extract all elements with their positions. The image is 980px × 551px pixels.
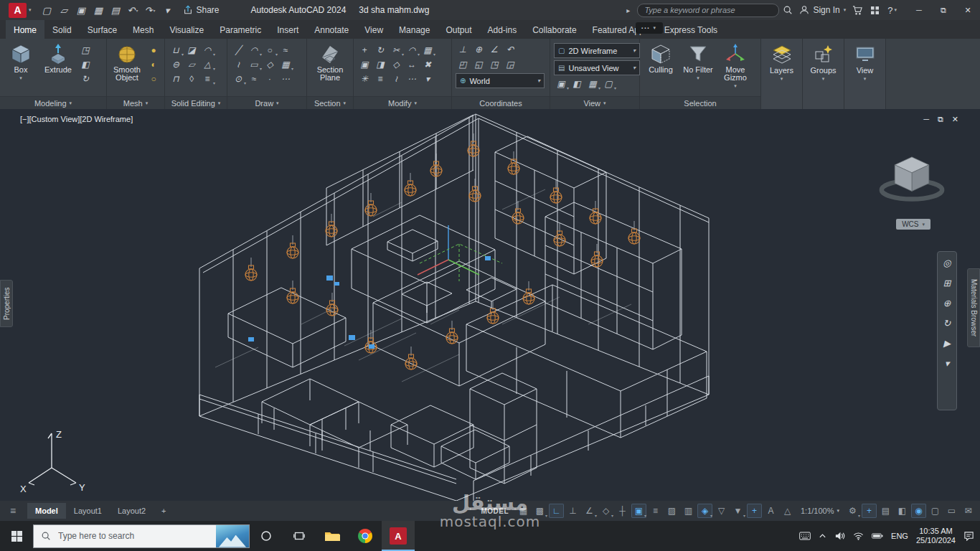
section-panel-label[interactable]: Section▾	[307, 96, 353, 109]
navigation-wheel-button[interactable]: ◎	[940, 255, 954, 270]
layout1-tab[interactable]: Layout1	[66, 503, 110, 519]
smooth-object-button[interactable]: Smooth Object	[110, 41, 143, 82]
move-tool[interactable]: +	[357, 44, 372, 57]
feedback-button[interactable]: ✉	[961, 504, 976, 518]
3d-object-snap-toggle[interactable]: ◈	[697, 504, 712, 518]
named-view-combo[interactable]: ▤ Unsaved View ▾	[554, 60, 640, 75]
isometric-drafting-toggle[interactable]: ◇	[598, 504, 613, 518]
mirror-tool[interactable]: ◨	[373, 58, 387, 71]
rotate-tool[interactable]: ↻	[373, 44, 387, 57]
explode-tool[interactable]: ✳	[357, 72, 372, 85]
view-cube[interactable]	[872, 145, 951, 214]
ribbon-overflow-button[interactable]: ▪▪▪ ▾	[636, 22, 663, 34]
redo-button[interactable]: ↷	[142, 2, 159, 18]
close-button[interactable]: ✕	[956, 0, 980, 20]
title-expand-caret[interactable]: ▸	[626, 6, 630, 14]
view-options-tool[interactable]: ▢	[601, 77, 616, 90]
sign-in-button[interactable]: Sign In ▾	[799, 5, 846, 15]
keyword-search-input[interactable]	[637, 4, 779, 17]
help-button[interactable]: ? ▾	[887, 5, 897, 16]
isolate-objects-button[interactable]: ◉	[911, 504, 926, 518]
materials-browser-tab[interactable]: Materials Browser	[967, 268, 980, 347]
tab-mesh[interactable]: Mesh	[125, 20, 161, 39]
navbar-customize-button[interactable]: ▾	[940, 355, 954, 371]
scale-tool[interactable]: ◇	[389, 58, 403, 71]
taskbar-search-input[interactable]	[57, 530, 189, 542]
chrome-button[interactable]	[349, 521, 382, 551]
view-collapsed-panel-button[interactable]: View ▾	[844, 39, 886, 109]
polar-tracking-toggle[interactable]: ∠	[582, 504, 597, 518]
transparency-toggle[interactable]: ▨	[664, 504, 679, 518]
line-tool[interactable]: ╱	[231, 44, 245, 57]
ucs-world-tool[interactable]: ⊕	[471, 43, 486, 56]
fillet-edge-tool[interactable]: ◠	[200, 44, 215, 57]
mesh-panel-label[interactable]: Mesh▾	[107, 96, 164, 109]
model-space-button[interactable]: MODEL	[475, 507, 514, 515]
orbit-button[interactable]: ↻	[940, 315, 954, 331]
no-filter-button[interactable]: No Filter ▾	[681, 41, 715, 81]
new-layout-button[interactable]: +	[154, 503, 174, 519]
clock[interactable]: 10:35 AM 25/10/2024	[916, 527, 956, 545]
hatch-tool[interactable]: ▦	[278, 58, 293, 71]
presspull-tool[interactable]: ◧	[78, 58, 93, 71]
zoom-button[interactable]: ⊕	[940, 295, 954, 311]
point-tool[interactable]: ∙	[263, 72, 277, 85]
revision-cloud-tool[interactable]: ≈	[278, 44, 293, 57]
properties-palette-tab[interactable]: Properties	[0, 280, 13, 327]
trim-tool[interactable]: ✂	[389, 44, 403, 57]
tab-annotate[interactable]: Annotate	[306, 20, 357, 39]
grid-toggle[interactable]: ▦	[516, 504, 531, 518]
plot-button[interactable]: ▤	[108, 2, 124, 18]
coordinates-panel-label[interactable]: Coordinates	[452, 96, 550, 109]
annotation-visibility-toggle[interactable]: A	[763, 504, 778, 518]
tab-collaborate[interactable]: Collaborate	[524, 20, 584, 39]
workspace-switching-button[interactable]: ⚙	[845, 504, 860, 518]
autocad-taskbar-button[interactable]: A	[382, 521, 415, 551]
union-tool[interactable]: ⊔	[169, 44, 183, 57]
ucs-previous-tool[interactable]: ↶	[503, 43, 517, 56]
tab-view[interactable]: View	[357, 20, 391, 39]
circle-tool[interactable]: ○	[263, 44, 277, 57]
smooth-more-tool[interactable]: ●	[146, 44, 161, 57]
solid-editing-panel-label[interactable]: Solid Editing▾	[165, 96, 227, 109]
gizmo-toggle[interactable]: +	[747, 504, 762, 518]
search-highlight-image[interactable]	[216, 525, 249, 547]
action-center-button[interactable]	[963, 531, 974, 541]
revolve-tool[interactable]: ↻	[78, 72, 93, 85]
interfere-tool[interactable]: ◊	[184, 72, 199, 85]
taper-faces-tool[interactable]: △	[200, 58, 215, 71]
culling-button[interactable]: Culling	[644, 41, 678, 74]
status-menu-button[interactable]: ≡	[4, 504, 22, 518]
arc-tool[interactable]: ◠	[247, 44, 261, 57]
save-as-button[interactable]: ▦	[90, 2, 107, 18]
tab-output[interactable]: Output	[438, 20, 479, 39]
taskbar-search[interactable]	[33, 524, 250, 548]
ucs-combo[interactable]: ⊕ World ▾	[456, 73, 545, 88]
drawing-canvas[interactable]: Z X Y	[0, 109, 980, 501]
extrude-tool-button[interactable]: Extrude	[41, 41, 75, 74]
language-indicator[interactable]: ENG	[891, 532, 908, 540]
wcs-button[interactable]: WCS ▾	[896, 219, 930, 230]
layers-panel-button[interactable]: Layers ▾	[761, 39, 803, 109]
app-store-button[interactable]	[849, 1, 866, 19]
tab-solid[interactable]: Solid	[44, 20, 80, 39]
pan-button[interactable]: ⊞	[940, 275, 954, 291]
new-viewport-tool[interactable]: ▦	[585, 77, 600, 90]
share-button[interactable]: Share	[183, 5, 220, 15]
ortho-toggle[interactable]: ⊥	[565, 504, 580, 518]
model-tab[interactable]: Model	[27, 503, 66, 519]
viewport-minimize-button[interactable]: ─	[923, 115, 929, 124]
layout2-tab[interactable]: Layout2	[110, 503, 154, 519]
fillet-tool[interactable]: ◠	[405, 44, 419, 57]
selection-cycling-toggle[interactable]: ▥	[681, 504, 696, 518]
showmotion-button[interactable]: ▶	[940, 335, 954, 351]
modify-expand-button[interactable]: ▾	[420, 72, 435, 85]
slice-tool[interactable]: ◪	[184, 44, 199, 57]
separate-tool[interactable]: ≡	[200, 72, 215, 85]
viewport-close-button[interactable]: ✕	[952, 115, 958, 124]
osnap-tracking-toggle[interactable]: ┼	[615, 504, 630, 518]
viewport-controls[interactable]: [−][Custom View][2D Wireframe]	[20, 115, 133, 123]
modify-more-tool[interactable]: ⋯	[405, 72, 419, 85]
tab-express-tools[interactable]: Express Tools	[656, 20, 725, 39]
dynamic-ucs-toggle[interactable]: ▽	[714, 504, 729, 518]
